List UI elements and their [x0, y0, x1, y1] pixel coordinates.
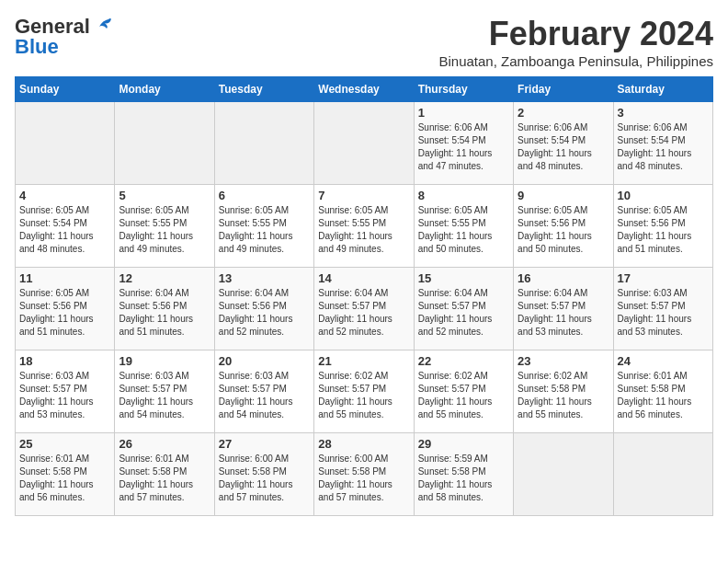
header-tuesday: Tuesday [214, 77, 313, 102]
day-info: Sunrise: 6:01 AM Sunset: 5:58 PM Dayligh… [618, 370, 709, 421]
day-number: 3 [618, 106, 709, 120]
day-cell [214, 102, 313, 185]
month-year-title: February 2024 [438, 15, 713, 53]
day-cell: 24Sunrise: 6:01 AM Sunset: 5:58 PM Dayli… [613, 350, 712, 433]
day-cell [613, 433, 712, 516]
day-number: 15 [418, 271, 509, 285]
day-cell: 7Sunrise: 6:05 AM Sunset: 5:55 PM Daylig… [314, 185, 414, 268]
day-info: Sunrise: 6:05 AM Sunset: 5:56 PM Dayligh… [618, 204, 709, 256]
day-cell: 20Sunrise: 6:03 AM Sunset: 5:57 PM Dayli… [214, 350, 313, 433]
day-info: Sunrise: 6:02 AM Sunset: 5:57 PM Dayligh… [318, 370, 409, 421]
day-number: 1 [418, 106, 509, 120]
day-cell: 22Sunrise: 6:02 AM Sunset: 5:57 PM Dayli… [414, 350, 513, 433]
week-row-2: 4Sunrise: 6:05 AM Sunset: 5:54 PM Daylig… [16, 185, 713, 268]
day-number: 12 [119, 271, 210, 285]
day-cell: 23Sunrise: 6:02 AM Sunset: 5:58 PM Dayli… [514, 350, 613, 433]
day-number: 22 [418, 354, 509, 368]
day-number: 6 [219, 189, 310, 202]
header-row: SundayMondayTuesdayWednesdayThursdayFrid… [16, 77, 713, 102]
day-number: 16 [518, 271, 609, 285]
day-info: Sunrise: 6:04 AM Sunset: 5:56 PM Dayligh… [219, 287, 310, 339]
day-cell: 8Sunrise: 6:05 AM Sunset: 5:55 PM Daylig… [414, 185, 513, 268]
day-number: 27 [219, 437, 310, 451]
header-thursday: Thursday [414, 77, 513, 102]
day-info: Sunrise: 6:04 AM Sunset: 5:57 PM Dayligh… [318, 287, 409, 339]
day-cell: 3Sunrise: 6:06 AM Sunset: 5:54 PM Daylig… [613, 102, 712, 185]
day-info: Sunrise: 6:00 AM Sunset: 5:58 PM Dayligh… [219, 453, 310, 504]
location-subtitle: Binuatan, Zamboanga Peninsula, Philippin… [438, 53, 713, 69]
day-cell: 14Sunrise: 6:04 AM Sunset: 5:57 PM Dayli… [314, 268, 414, 350]
day-cell: 21Sunrise: 6:02 AM Sunset: 5:57 PM Dayli… [314, 350, 414, 433]
day-cell: 12Sunrise: 6:04 AM Sunset: 5:56 PM Dayli… [115, 268, 214, 350]
day-cell: 6Sunrise: 6:05 AM Sunset: 5:55 PM Daylig… [214, 185, 313, 268]
title-block: February 2024 Binuatan, Zamboanga Penins… [438, 15, 713, 69]
day-number: 20 [219, 354, 310, 368]
day-info: Sunrise: 6:02 AM Sunset: 5:58 PM Dayligh… [518, 370, 609, 421]
day-info: Sunrise: 6:00 AM Sunset: 5:58 PM Dayligh… [318, 453, 409, 504]
day-number: 11 [19, 271, 110, 285]
day-cell: 13Sunrise: 6:04 AM Sunset: 5:56 PM Dayli… [214, 268, 313, 350]
day-cell: 4Sunrise: 6:05 AM Sunset: 5:54 PM Daylig… [16, 185, 115, 268]
day-cell: 2Sunrise: 6:06 AM Sunset: 5:54 PM Daylig… [514, 102, 613, 185]
week-row-4: 18Sunrise: 6:03 AM Sunset: 5:57 PM Dayli… [16, 350, 713, 433]
day-number: 26 [119, 437, 210, 451]
day-number: 4 [19, 189, 110, 202]
day-number: 18 [19, 354, 110, 368]
day-number: 2 [518, 106, 609, 120]
day-info: Sunrise: 6:05 AM Sunset: 5:55 PM Dayligh… [418, 204, 509, 256]
day-number: 8 [418, 189, 509, 202]
day-number: 29 [418, 437, 509, 451]
header-monday: Monday [115, 77, 214, 102]
week-row-3: 11Sunrise: 6:05 AM Sunset: 5:56 PM Dayli… [16, 268, 713, 350]
header-friday: Friday [514, 77, 613, 102]
day-number: 28 [318, 437, 409, 451]
day-number: 23 [518, 354, 609, 368]
day-info: Sunrise: 6:06 AM Sunset: 5:54 PM Dayligh… [518, 121, 609, 173]
day-cell: 1Sunrise: 6:06 AM Sunset: 5:54 PM Daylig… [414, 102, 513, 185]
day-info: Sunrise: 6:04 AM Sunset: 5:57 PM Dayligh… [518, 287, 609, 339]
day-cell: 25Sunrise: 6:01 AM Sunset: 5:58 PM Dayli… [16, 433, 115, 516]
day-cell: 15Sunrise: 6:04 AM Sunset: 5:57 PM Dayli… [414, 268, 513, 350]
day-info: Sunrise: 6:05 AM Sunset: 5:54 PM Dayligh… [19, 204, 110, 256]
week-row-1: 1Sunrise: 6:06 AM Sunset: 5:54 PM Daylig… [16, 102, 713, 185]
day-info: Sunrise: 6:05 AM Sunset: 5:55 PM Dayligh… [219, 204, 310, 256]
day-cell: 5Sunrise: 6:05 AM Sunset: 5:55 PM Daylig… [115, 185, 214, 268]
week-row-5: 25Sunrise: 6:01 AM Sunset: 5:58 PM Dayli… [16, 433, 713, 516]
day-number: 19 [119, 354, 210, 368]
day-info: Sunrise: 6:02 AM Sunset: 5:57 PM Dayligh… [418, 370, 509, 421]
day-cell: 28Sunrise: 6:00 AM Sunset: 5:58 PM Dayli… [314, 433, 414, 516]
day-number: 13 [219, 271, 310, 285]
day-info: Sunrise: 6:03 AM Sunset: 5:57 PM Dayligh… [19, 370, 110, 421]
day-number: 5 [119, 189, 210, 202]
day-cell: 18Sunrise: 6:03 AM Sunset: 5:57 PM Dayli… [16, 350, 115, 433]
day-info: Sunrise: 6:04 AM Sunset: 5:56 PM Dayligh… [119, 287, 210, 339]
day-info: Sunrise: 5:59 AM Sunset: 5:58 PM Dayligh… [418, 453, 509, 504]
day-info: Sunrise: 6:05 AM Sunset: 5:56 PM Dayligh… [19, 287, 110, 339]
day-cell: 27Sunrise: 6:00 AM Sunset: 5:58 PM Dayli… [214, 433, 313, 516]
day-number: 17 [618, 271, 709, 285]
day-number: 10 [618, 189, 709, 202]
header-wednesday: Wednesday [314, 77, 414, 102]
day-cell [514, 433, 613, 516]
calendar-table: SundayMondayTuesdayWednesdayThursdayFrid… [15, 76, 713, 516]
day-info: Sunrise: 6:03 AM Sunset: 5:57 PM Dayligh… [219, 370, 310, 421]
day-cell [115, 102, 214, 185]
day-info: Sunrise: 6:01 AM Sunset: 5:58 PM Dayligh… [19, 453, 110, 504]
day-cell: 9Sunrise: 6:05 AM Sunset: 5:56 PM Daylig… [514, 185, 613, 268]
day-number: 7 [318, 189, 409, 202]
day-cell: 10Sunrise: 6:05 AM Sunset: 5:56 PM Dayli… [613, 185, 712, 268]
day-info: Sunrise: 6:05 AM Sunset: 5:55 PM Dayligh… [318, 204, 409, 256]
day-cell: 17Sunrise: 6:03 AM Sunset: 5:57 PM Dayli… [613, 268, 712, 350]
header-sunday: Sunday [16, 77, 115, 102]
day-info: Sunrise: 6:04 AM Sunset: 5:57 PM Dayligh… [418, 287, 509, 339]
day-cell: 11Sunrise: 6:05 AM Sunset: 5:56 PM Dayli… [16, 268, 115, 350]
day-cell: 29Sunrise: 5:59 AM Sunset: 5:58 PM Dayli… [414, 433, 513, 516]
page-header: General Blue February 2024 Binuatan, Zam… [15, 15, 713, 69]
day-info: Sunrise: 6:05 AM Sunset: 5:56 PM Dayligh… [518, 204, 609, 256]
day-info: Sunrise: 6:05 AM Sunset: 5:55 PM Dayligh… [119, 204, 210, 256]
day-number: 14 [318, 271, 409, 285]
day-info: Sunrise: 6:06 AM Sunset: 5:54 PM Dayligh… [618, 121, 709, 173]
day-number: 9 [518, 189, 609, 202]
day-cell: 19Sunrise: 6:03 AM Sunset: 5:57 PM Dayli… [115, 350, 214, 433]
day-cell: 26Sunrise: 6:01 AM Sunset: 5:58 PM Dayli… [115, 433, 214, 516]
